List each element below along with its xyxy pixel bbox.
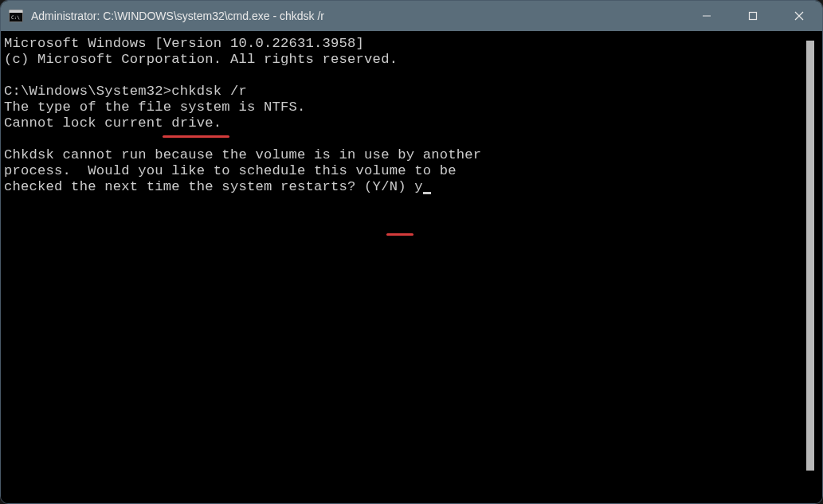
terminal-output: Microsoft Windows [Version 10.0.22631.39… [4,36,801,498]
prompt: C:\Windows\System32> [4,84,171,99]
cmd-window: C:\ Administrator: C:\WINDOWS\system32\c… [0,0,823,504]
svg-rect-4 [750,13,757,20]
prompt-question: checked the next time the system restart… [4,179,414,194]
annotation-underline-command [163,135,229,138]
titlebar[interactable]: C:\ Administrator: C:\WINDOWS\system32\c… [1,1,822,31]
close-button[interactable] [776,1,822,31]
msg-line-2: process. Would you like to schedule this… [4,163,457,178]
copyright-line: (c) Microsoft Corporation. All rights re… [4,52,398,67]
terminal-body[interactable]: Microsoft Windows [Version 10.0.22631.39… [1,31,822,503]
window-title: Administrator: C:\WINDOWS\system32\cmd.e… [31,10,684,22]
scrollbar-thumb[interactable] [806,41,814,471]
scrollbar[interactable] [805,36,816,498]
svg-text:C:\: C:\ [11,14,20,20]
minimize-button[interactable] [684,1,730,31]
window-controls [684,1,822,31]
annotation-underline-response [386,233,413,236]
user-response: y [414,179,423,194]
svg-rect-1 [10,10,23,14]
version-line: Microsoft Windows [Version 10.0.22631.39… [4,36,364,51]
command-text: chkdsk /r [171,84,247,99]
cursor [423,192,431,194]
msg-line-1: Chkdsk cannot run because the volume is … [4,147,481,162]
maximize-button[interactable] [730,1,776,31]
cmd-icon: C:\ [9,9,23,23]
fs-type-line: The type of the file system is NTFS. [4,100,306,115]
lock-error-line: Cannot lock current drive. [4,115,221,131]
